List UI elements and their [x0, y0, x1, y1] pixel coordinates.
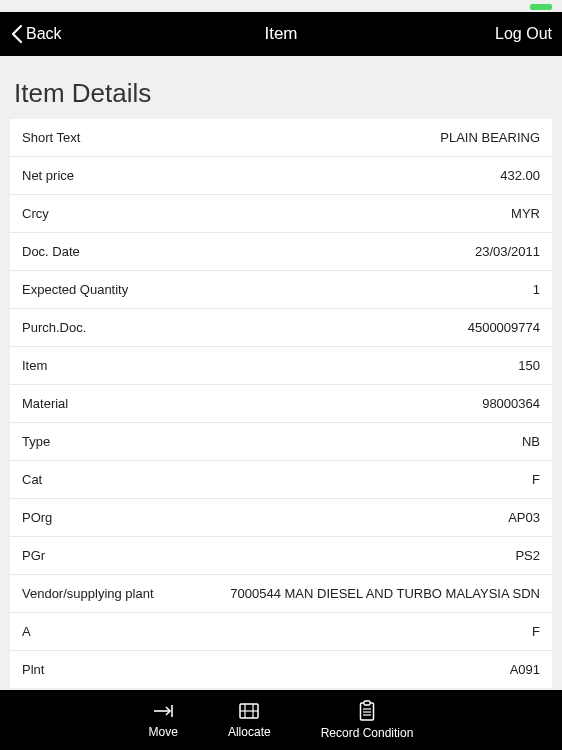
detail-row: PlntA091 — [10, 651, 552, 688]
detail-row: Short TextPLAIN BEARING — [10, 119, 552, 157]
allocate-button[interactable]: Allocate — [228, 701, 271, 739]
row-label: POrg — [22, 510, 52, 525]
row-value: 1 — [128, 282, 540, 297]
detail-row: TypeNB — [10, 423, 552, 461]
detail-row: POrgAP03 — [10, 499, 552, 537]
move-label: Move — [149, 725, 178, 739]
row-label: Material — [22, 396, 68, 411]
content-area: Item Details Short TextPLAIN BEARINGNet … — [0, 56, 562, 690]
row-label: A — [22, 624, 31, 639]
detail-row: PGrPS2 — [10, 537, 552, 575]
detail-row: Item150 — [10, 347, 552, 385]
back-button[interactable]: Back — [10, 24, 62, 44]
chevron-left-icon — [10, 24, 24, 44]
row-value: 98000364 — [68, 396, 540, 411]
row-value: A091 — [44, 662, 540, 677]
row-value: PLAIN BEARING — [80, 130, 540, 145]
row-label: Net price — [22, 168, 74, 183]
record-condition-label: Record Condition — [321, 726, 414, 740]
back-label: Back — [26, 25, 62, 43]
row-label: Cat — [22, 472, 42, 487]
allocate-icon — [238, 701, 260, 721]
row-label: Type — [22, 434, 50, 449]
row-value: PS2 — [45, 548, 540, 563]
detail-row: CrcyMYR — [10, 195, 552, 233]
status-indicator — [530, 4, 552, 10]
clipboard-icon — [358, 700, 376, 722]
detail-row: Material98000364 — [10, 385, 552, 423]
row-label: Plnt — [22, 662, 44, 677]
header-title: Item — [264, 24, 297, 44]
nav-header: Back Item Log Out — [0, 12, 562, 56]
svg-rect-7 — [364, 701, 370, 705]
page-title: Item Details — [10, 66, 552, 119]
detail-row: Expected Quantity1 — [10, 271, 552, 309]
row-label: Purch.Doc. — [22, 320, 86, 335]
record-condition-button[interactable]: Record Condition — [321, 700, 414, 740]
row-label: Item — [22, 358, 47, 373]
row-value: MYR — [49, 206, 540, 221]
row-value: NB — [50, 434, 540, 449]
detail-row: Purch.Doc.4500009774 — [10, 309, 552, 347]
allocate-label: Allocate — [228, 725, 271, 739]
row-value: F — [31, 624, 540, 639]
detail-row: Vendor/supplying plant7000544 MAN DIESEL… — [10, 575, 552, 613]
move-button[interactable]: Move — [149, 701, 178, 739]
row-value: 23/03/2011 — [80, 244, 540, 259]
row-label: PGr — [22, 548, 45, 563]
row-label: Expected Quantity — [22, 282, 128, 297]
details-card: Short TextPLAIN BEARINGNet price432.00Cr… — [10, 119, 552, 688]
row-value: 4500009774 — [86, 320, 540, 335]
row-value: 7000544 MAN DIESEL AND TURBO MALAYSIA SD… — [154, 586, 540, 601]
detail-row: Doc. Date23/03/2011 — [10, 233, 552, 271]
detail-row: AF — [10, 613, 552, 651]
logout-button[interactable]: Log Out — [495, 25, 552, 43]
row-label: Doc. Date — [22, 244, 80, 259]
detail-row: CatF — [10, 461, 552, 499]
move-icon — [152, 701, 174, 721]
detail-row: Net price432.00 — [10, 157, 552, 195]
row-label: Crcy — [22, 206, 49, 221]
row-label: Vendor/supplying plant — [22, 586, 154, 601]
bottom-toolbar: Move Allocate Record Condition — [0, 690, 562, 750]
row-value: 432.00 — [74, 168, 540, 183]
row-value: AP03 — [52, 510, 540, 525]
row-value: 150 — [47, 358, 540, 373]
row-value: F — [42, 472, 540, 487]
row-label: Short Text — [22, 130, 80, 145]
